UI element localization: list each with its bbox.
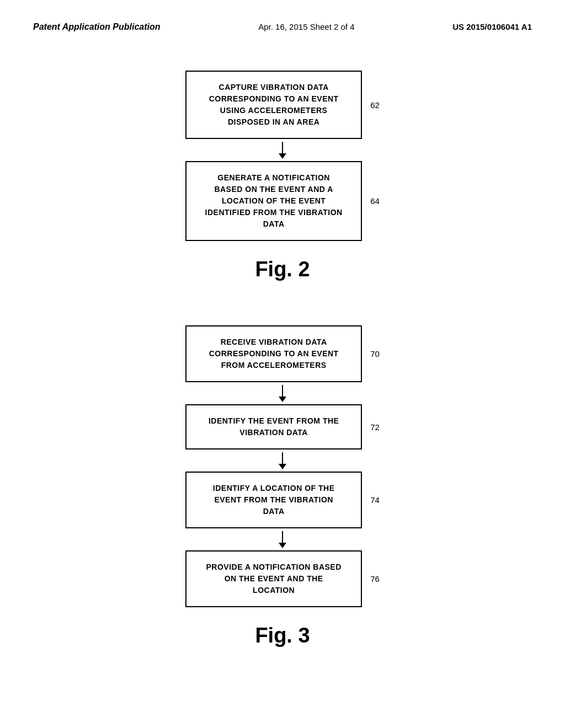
fig3-step-72-box: IDENTIFY THE EVENT FROM THE VIBRATION DA… xyxy=(185,404,362,449)
fig2-flowchart: CAPTURE VIBRATION DATA CORRESPONDING TO … xyxy=(185,71,380,241)
fig2-step-64-wrapper: GENERATE A NOTIFICATION BASED ON THE EVE… xyxy=(185,161,380,241)
fig3-step-76-label: 76 xyxy=(370,574,380,584)
fig3-arrow-2 xyxy=(282,449,283,472)
fig2-title: Fig. 2 xyxy=(255,258,310,281)
fig3-step-72-wrapper: IDENTIFY THE EVENT FROM THE VIBRATION DA… xyxy=(185,404,380,449)
fig3-step-70-wrapper: RECEIVE VIBRATION DATA CORRESPONDING TO … xyxy=(185,325,380,382)
fig3-flowchart: RECEIVE VIBRATION DATA CORRESPONDING TO … xyxy=(185,325,380,607)
fig3-step-74-box: IDENTIFY A LOCATION OF THE EVENT FROM TH… xyxy=(185,472,362,528)
fig2-step-62-label: 62 xyxy=(370,100,380,110)
fig2-step-62-wrapper: CAPTURE VIBRATION DATA CORRESPONDING TO … xyxy=(185,71,380,139)
fig2-arrow-down-1 xyxy=(282,142,283,158)
fig3-step-74-label: 74 xyxy=(370,495,380,505)
fig2-arrow-1 xyxy=(282,139,283,161)
fig3-arrow-down-3 xyxy=(282,531,283,548)
fig3-step-76-box: PROVIDE A NOTIFICATION BASED ON THE EVEN… xyxy=(185,550,362,607)
fig3-step-72-label: 72 xyxy=(370,422,380,432)
main-content: CAPTURE VIBRATION DATA CORRESPONDING TO … xyxy=(0,43,565,708)
fig3-step-70-box: RECEIVE VIBRATION DATA CORRESPONDING TO … xyxy=(185,325,362,382)
page-header: Patent Application Publication Apr. 16, … xyxy=(0,0,565,43)
fig2-container: CAPTURE VIBRATION DATA CORRESPONDING TO … xyxy=(44,71,521,309)
fig2-step-64-label: 64 xyxy=(370,196,380,206)
fig3-title: Fig. 3 xyxy=(255,624,310,647)
header-left: Patent Application Publication xyxy=(33,22,161,32)
fig3-step-76-wrapper: PROVIDE A NOTIFICATION BASED ON THE EVEN… xyxy=(185,550,380,607)
fig3-arrow-1 xyxy=(282,382,283,404)
fig3-arrow-down-2 xyxy=(282,452,283,469)
fig2-step-62-box: CAPTURE VIBRATION DATA CORRESPONDING TO … xyxy=(185,71,362,139)
fig3-container: RECEIVE VIBRATION DATA CORRESPONDING TO … xyxy=(44,325,521,675)
fig3-arrow-3 xyxy=(282,528,283,550)
header-center: Apr. 16, 2015 Sheet 2 of 4 xyxy=(258,22,354,31)
fig3-step-74-wrapper: IDENTIFY A LOCATION OF THE EVENT FROM TH… xyxy=(185,472,380,528)
fig3-arrow-down-1 xyxy=(282,385,283,402)
fig2-step-64-box: GENERATE A NOTIFICATION BASED ON THE EVE… xyxy=(185,161,362,241)
fig3-step-70-label: 70 xyxy=(370,349,380,358)
header-right: US 2015/0106041 A1 xyxy=(452,22,532,31)
